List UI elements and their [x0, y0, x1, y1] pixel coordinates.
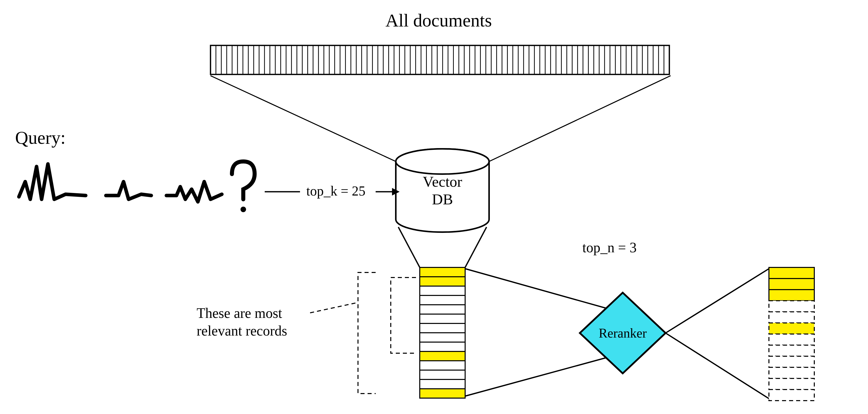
retrieved-row: [420, 286, 465, 295]
all-documents-bar: [211, 46, 669, 75]
reranker-out-bottom: [665, 333, 769, 398]
final-row-dashed: [769, 301, 814, 312]
retrieved-row: [420, 370, 465, 379]
svg-rect-0: [211, 46, 669, 75]
retrieved-row-highlight: [420, 389, 465, 398]
reranker-out-top: [665, 269, 769, 333]
rag-reranker-diagram: All documents Vector DB Query: top_k = 2…: [0, 0, 868, 414]
retrieved-row: [420, 342, 465, 351]
retrieved-row: [420, 379, 465, 389]
svg-point-87: [241, 207, 246, 212]
retrieved-row: [420, 333, 465, 342]
query-label: Query:: [15, 128, 66, 148]
vector-db-label-2: DB: [432, 191, 453, 208]
final-row-dashed: [769, 312, 814, 323]
top-k-label: top_k = 25: [306, 183, 365, 199]
retrieved-row: [420, 314, 465, 323]
retrieved-row-highlight: [420, 267, 465, 277]
relevant-note-2: relevant records: [197, 323, 287, 338]
reranker-in-bottom: [465, 353, 623, 396]
funnel-line-left: [211, 76, 396, 161]
top-n-label: top_n = 3: [582, 240, 637, 255]
question-mark-icon: [232, 161, 255, 212]
final-row-dashed: [769, 389, 814, 401]
note-leader-line: [310, 303, 357, 313]
final-row-dashed: [769, 367, 814, 378]
final-row-highlight: [769, 290, 814, 301]
svg-point-86: [396, 149, 489, 174]
retrieved-stack: [420, 267, 465, 398]
retrieved-row: [420, 361, 465, 370]
retrieved-row: [420, 323, 465, 333]
retrieved-row: [420, 305, 465, 314]
relevant-brackets: [358, 272, 416, 393]
relevant-note-1: These are most: [197, 305, 282, 321]
final-row-dashed: [769, 345, 814, 356]
vector-db-label-1: Vector: [423, 173, 462, 190]
cylinder-out-left: [398, 227, 420, 267]
final-row-highlight: [769, 267, 814, 278]
title-text: All documents: [385, 10, 492, 31]
final-row-dashed: [769, 356, 814, 367]
reranker-label: Reranker: [599, 326, 647, 340]
retrieved-row: [420, 295, 465, 305]
retrieved-row-highlight: [420, 351, 465, 361]
final-row-dashed: [769, 378, 814, 389]
vector-db-cylinder: Vector DB: [396, 149, 489, 232]
query-squiggle: [19, 164, 222, 202]
final-row-highlight: [769, 278, 814, 290]
final-row-dashed: [769, 334, 814, 345]
final-stack: [769, 267, 814, 401]
retrieved-row-highlight: [420, 277, 465, 286]
funnel-line-right: [489, 76, 671, 161]
cylinder-out-right: [465, 227, 487, 267]
reranker-in-top: [465, 269, 623, 313]
final-row-highlight: [769, 323, 814, 334]
